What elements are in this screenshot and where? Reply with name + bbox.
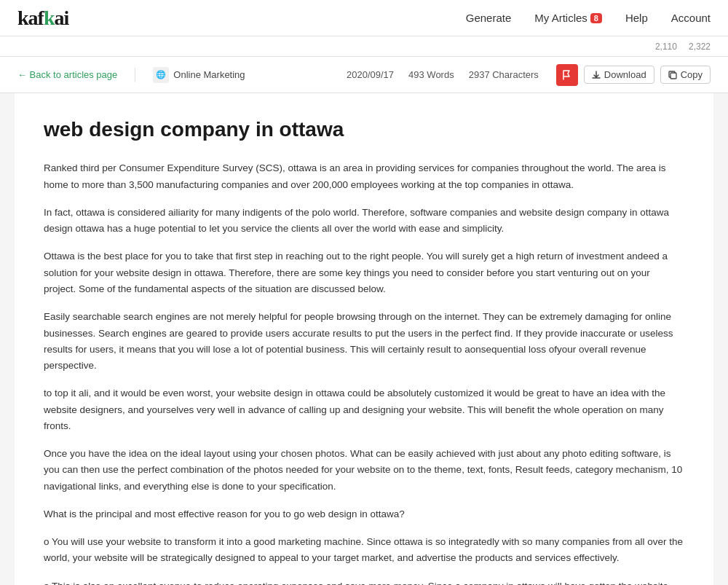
main-content: web design company in ottawa Ranked thir… [15,93,713,585]
download-button[interactable]: Download [584,66,654,84]
toolbar-category: 🌐 Online Marketing [153,67,245,83]
article-title: web design company in ottawa [44,117,684,143]
scroll-num-2: 2,322 [689,42,711,52]
article-body: Ranked third per Consumer Expenditure Su… [44,160,684,585]
article-words: 493 Words [408,69,454,80]
copy-button[interactable]: Copy [660,66,711,84]
article-toolbar: ← Back to articles page 🌐 Online Marketi… [0,57,728,93]
article-para-3: Easily searchable search engines are not… [44,309,684,374]
category-label: Online Marketing [173,69,245,80]
article-para-2: Ottawa is the best place for you to take… [44,248,684,297]
toolbar-actions: Download Copy [556,64,711,86]
nav-links: Generate My Articles 8 Help Account [466,12,711,24]
article-para-7: o You will use your website to transform… [44,534,684,567]
article-para-6: What is the principal and most effective… [44,506,684,522]
category-icon: 🌐 [153,67,169,83]
nav-my-articles[interactable]: My Articles 8 [534,12,602,24]
article-para-0: Ranked third per Consumer Expenditure Su… [44,160,684,193]
article-date: 2020/09/17 [347,69,394,80]
flag-button[interactable] [556,64,578,86]
download-label: Download [604,69,646,80]
article-para-1: In fact, ottawa is considered ailiarity … [44,205,684,237]
copy-label: Copy [681,69,703,80]
articles-badge: 8 [590,13,602,23]
article-para-8: o This is also an excellent avenue to re… [44,578,684,585]
nav-account[interactable]: Account [671,12,711,24]
logo: kafkai [17,7,68,30]
scroll-header: 2,110 2,322 [0,36,728,57]
nav-help[interactable]: Help [625,12,648,24]
top-nav: kafkai Generate My Articles 8 Help Accou… [0,0,728,36]
svg-rect-0 [670,73,676,79]
back-to-articles-link[interactable]: ← Back to articles page [17,69,117,80]
scroll-numbers: 2,110 2,322 [655,42,711,52]
scroll-num-1: 2,110 [655,42,677,52]
article-characters: 2937 Characters [469,69,539,80]
article-para-4: to top it ali, and it would be even wors… [44,385,684,434]
article-para-5: Once you have the idea on the ideal layo… [44,446,684,495]
nav-generate[interactable]: Generate [466,12,512,24]
toolbar-meta: 2020/09/17 493 Words 2937 Characters [347,69,539,80]
toolbar-divider [135,68,135,82]
